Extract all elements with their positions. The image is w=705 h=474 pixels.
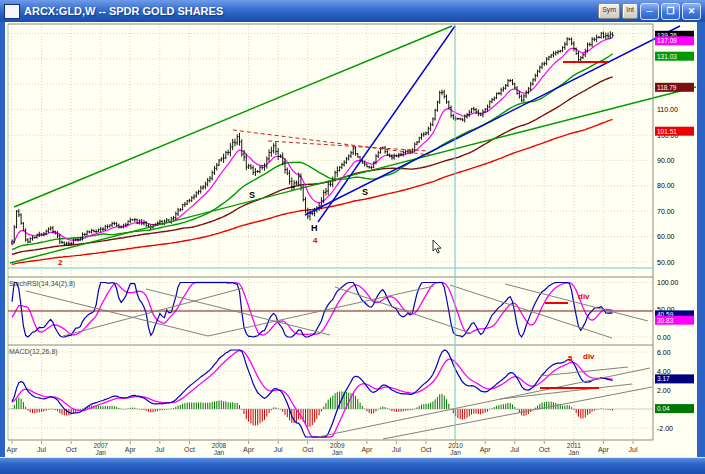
chart-content[interactable]: StochRSI(14,34(2),8) MACD(12,26,8) 110.0… [5, 22, 697, 457]
close-button[interactable]: ✕ [682, 3, 701, 20]
svg-text:Jan: Jan [569, 449, 580, 456]
titlebar[interactable]: ARCX:GLD,W -- SPDR GOLD SHARES Sym Int ─… [0, 0, 705, 22]
svg-text:2008: 2008 [212, 442, 227, 449]
svg-text:Jul: Jul [274, 446, 283, 453]
svg-text:2009: 2009 [330, 442, 345, 449]
svg-text:Apr: Apr [480, 446, 492, 454]
svg-text:H: H [311, 223, 318, 233]
int-button[interactable]: Int [622, 3, 638, 19]
svg-text:50.00: 50.00 [657, 259, 675, 266]
stoch-panel-label: StochRSI(14,34(2),8) [9, 280, 75, 287]
svg-text:0.04: 0.04 [657, 405, 670, 412]
app-icon [4, 4, 20, 19]
svg-text:100.00: 100.00 [657, 279, 679, 286]
svg-text:Apr: Apr [598, 446, 610, 454]
svg-text:div: div [578, 292, 590, 301]
svg-text:Jul: Jul [392, 446, 401, 453]
svg-text:Apr: Apr [361, 446, 373, 454]
svg-text:Apr: Apr [125, 446, 137, 454]
svg-text:Apr: Apr [7, 446, 19, 454]
svg-text:Oct: Oct [184, 446, 195, 453]
svg-text:4.00: 4.00 [657, 368, 671, 375]
svg-text:110.00: 110.00 [657, 106, 678, 113]
window-bottom-frame [0, 457, 705, 474]
svg-text:Oct: Oct [539, 446, 550, 453]
svg-text:3.17: 3.17 [657, 375, 670, 382]
svg-text:118.79: 118.79 [657, 84, 677, 91]
svg-text:2011: 2011 [567, 442, 581, 449]
window-title: ARCX:GLD,W -- SPDR GOLD SHARES [24, 5, 596, 17]
svg-text:70.00: 70.00 [657, 208, 675, 215]
svg-text:Oct: Oct [302, 446, 313, 453]
svg-text:60.00: 60.00 [657, 233, 675, 240]
svg-text:div: div [583, 352, 595, 361]
stoch-annotations: div [578, 292, 590, 301]
svg-text:Jan: Jan [214, 449, 225, 456]
svg-text:101.51: 101.51 [657, 128, 677, 135]
svg-text:80.00: 80.00 [657, 182, 675, 189]
svg-text:5: 5 [568, 354, 573, 363]
svg-text:6.00: 6.00 [657, 349, 671, 356]
svg-text:2007: 2007 [93, 442, 108, 449]
svg-text:90.00: 90.00 [657, 157, 675, 164]
svg-text:S: S [249, 190, 255, 200]
svg-text:Oct: Oct [421, 446, 432, 453]
maximize-button[interactable]: ❐ [661, 3, 680, 20]
stoch-axis-badges: 40.5930.83 [655, 310, 694, 324]
svg-text:Jan: Jan [332, 449, 343, 456]
minimize-button[interactable]: ─ [640, 3, 659, 20]
svg-text:Jan: Jan [95, 449, 106, 456]
svg-text:2: 2 [58, 258, 63, 267]
macd-panel-label: MACD(12,26,8) [9, 348, 58, 355]
svg-text:30.83: 30.83 [657, 317, 674, 324]
svg-text:-2.00: -2.00 [657, 425, 673, 432]
svg-text:S: S [362, 187, 368, 197]
sym-button[interactable]: Sym [598, 3, 620, 19]
svg-text:Jul: Jul [510, 446, 519, 453]
svg-text:Jul: Jul [155, 446, 164, 453]
svg-text:Jan: Jan [450, 449, 461, 456]
svg-text:131.03: 131.03 [657, 53, 677, 60]
svg-text:2010: 2010 [448, 442, 463, 449]
chart-canvas[interactable]: 110.00100.0090.0080.0070.0060.0050.00100… [5, 22, 697, 457]
svg-text:0.00: 0.00 [657, 334, 671, 341]
svg-text:Oct: Oct [66, 446, 77, 453]
svg-text:Apr: Apr [243, 446, 255, 454]
svg-text:137.09: 137.09 [657, 37, 677, 44]
svg-text:4: 4 [313, 236, 318, 245]
app-window: ARCX:GLD,W -- SPDR GOLD SHARES Sym Int ─… [0, 0, 705, 474]
svg-text:Jul: Jul [628, 446, 637, 453]
svg-text:Jul: Jul [37, 446, 46, 453]
svg-text:2.00: 2.00 [657, 387, 671, 394]
